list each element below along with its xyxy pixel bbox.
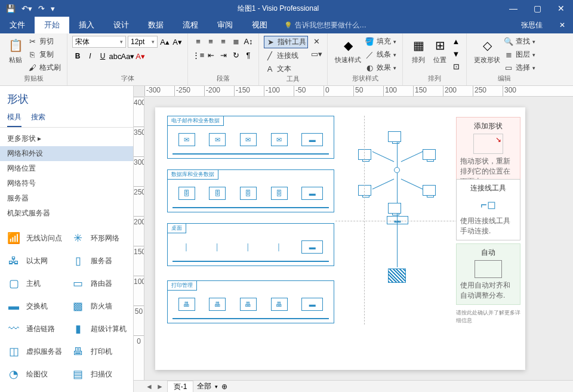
page-add-button[interactable]: ⊕ xyxy=(221,382,227,391)
shape-icon: ▩ xyxy=(69,297,87,315)
drawing-page[interactable]: 电子邮件和业务数据 ✉✉✉✉▬ 数据库和业务数据 🗄🗄🗄🗄▬ 桌面 ││││▬ … xyxy=(155,107,525,370)
redo-icon[interactable]: ↷ xyxy=(38,4,45,13)
shape-item[interactable]: ▤扫描仪 xyxy=(67,363,131,385)
arrange-icon: ▦ xyxy=(410,37,427,54)
tab-view[interactable]: 视图 xyxy=(242,17,277,33)
font-name-select[interactable]: 宋体▾ xyxy=(72,36,126,48)
change-shape-button[interactable]: ◇更改形状 xyxy=(472,36,503,66)
arrange-button[interactable]: ▦排列 xyxy=(408,36,429,66)
layers-button[interactable]: ≣图层▾ xyxy=(503,49,537,60)
tab-process[interactable]: 流程 xyxy=(173,17,208,33)
shape-item[interactable]: ▩防火墙 xyxy=(67,295,131,317)
shape-item[interactable]: 🖧以太网 xyxy=(2,249,67,272)
effects-button[interactable]: ◐效果▾ xyxy=(363,62,398,73)
tell-me-input[interactable]: 告诉我您想要做什么… xyxy=(277,17,366,33)
tab-data[interactable]: 数据 xyxy=(138,17,173,33)
rotate-text-icon[interactable]: ↻ xyxy=(230,50,241,60)
text-effects-button[interactable]: Aa▾ xyxy=(122,51,133,61)
justify-icon[interactable]: ≣ xyxy=(230,36,241,47)
minimize-button[interactable]: — xyxy=(501,0,525,17)
qat-more-icon[interactable]: ▾ xyxy=(51,4,55,13)
shape-item[interactable]: ◫虚拟服务器 xyxy=(2,340,67,363)
page-tab-all[interactable]: 全部 xyxy=(197,381,211,391)
pagetab-next-icon[interactable]: ► xyxy=(156,382,164,391)
text-tool-button[interactable]: A文本 xyxy=(264,63,308,75)
shapes-tab-stencils[interactable]: 模具 xyxy=(7,112,21,127)
tab-design[interactable]: 设计 xyxy=(104,17,138,33)
strikethrough-button[interactable]: abc xyxy=(110,51,121,61)
pointer-tool-button[interactable]: ➤指针工具 xyxy=(264,36,308,48)
bullets-icon[interactable]: ⋮≡ xyxy=(193,50,204,60)
position-button[interactable]: ⊞位置 xyxy=(429,36,451,66)
find-button[interactable]: 🔍查找▾ xyxy=(503,36,537,47)
shape-item[interactable]: ▭路由器 xyxy=(67,272,131,295)
tab-review[interactable]: 审阅 xyxy=(208,17,242,33)
increase-font-icon[interactable]: A▴ xyxy=(159,36,170,47)
format-painter-button[interactable]: 🖌格式刷 xyxy=(26,62,62,73)
canvas-viewport[interactable]: 电子邮件和业务数据 ✉✉✉✉▬ 数据库和业务数据 🗄🗄🗄🗄▬ 桌面 ││││▬ … xyxy=(144,97,573,380)
shape-item[interactable]: ▢主机 xyxy=(2,272,67,295)
fill-button[interactable]: 🪣填充▾ xyxy=(363,36,398,47)
cut-button[interactable]: ✂剪切 xyxy=(26,36,62,47)
undo-icon[interactable]: ↶▾ xyxy=(21,4,32,13)
shape-item[interactable]: 📶无线访问点 xyxy=(2,227,67,249)
group-icon[interactable]: ⊡ xyxy=(451,61,461,72)
font-size-select[interactable]: 12pt▾ xyxy=(128,36,158,48)
tab-home[interactable]: 开始 xyxy=(35,17,69,33)
bold-button[interactable]: B xyxy=(72,51,83,61)
shape-item[interactable]: ✳环形网络 xyxy=(67,227,131,249)
align-left-icon[interactable]: ≡ xyxy=(193,36,204,47)
shape-item[interactable]: ◔绘图仪 xyxy=(2,363,67,385)
select-button[interactable]: ▭选择▾ xyxy=(503,62,537,73)
shapes-title: 形状 xyxy=(0,86,133,109)
page-tab-1[interactable]: 页-1 xyxy=(167,381,194,393)
quick-styles-button[interactable]: ◆ 快速样式 xyxy=(332,36,363,66)
stencil-item[interactable]: 网络符号 xyxy=(0,176,133,191)
align-center-icon[interactable]: ≡ xyxy=(205,36,216,47)
shape-icon: ▯ xyxy=(69,252,87,270)
copy-button[interactable]: ⎘复制 xyxy=(26,49,62,60)
tab-insert[interactable]: 插入 xyxy=(69,17,104,33)
ribbon-close-button[interactable]: ✕ xyxy=(552,17,573,33)
user-name[interactable]: 张思佳 xyxy=(512,17,552,33)
stencil-item[interactable]: 服务器 xyxy=(0,191,133,206)
stencil-item[interactable]: 网络位置 xyxy=(0,161,133,176)
v-align-icon[interactable]: A↕ xyxy=(243,36,254,47)
effects-icon: ◐ xyxy=(365,63,374,73)
indent-decrease-icon[interactable]: ⇤ xyxy=(205,50,216,60)
shape-item[interactable]: 〰通信链路 xyxy=(2,317,67,340)
group-shapestyles-label: 形状样式 xyxy=(332,74,398,83)
indent-increase-icon[interactable]: ⇥ xyxy=(218,50,229,60)
tip-connector: 连接线工具 ⌐◻ 使用连接线工具手动连接. xyxy=(456,179,520,240)
maximize-button[interactable]: ▢ xyxy=(525,0,549,17)
italic-button[interactable]: I xyxy=(85,51,96,61)
shape-item[interactable]: ▮超级计算机 xyxy=(67,317,131,340)
line-icon: ／ xyxy=(365,50,374,60)
stencil-item[interactable]: 机架式服务器 xyxy=(0,206,133,221)
send-back-icon[interactable]: ▼ xyxy=(451,48,461,59)
x-button[interactable]: ✕ xyxy=(310,36,322,47)
bring-front-icon[interactable]: ▲ xyxy=(451,36,461,47)
more-shapes[interactable]: 更多形状 ▸ xyxy=(0,131,133,146)
save-icon[interactable]: 💾 xyxy=(6,4,16,13)
shapes-tab-search[interactable]: 搜索 xyxy=(31,112,45,127)
connector-tool-button[interactable]: ╱连接线 xyxy=(264,50,308,61)
tab-file[interactable]: 文件 xyxy=(0,17,35,33)
underline-button[interactable]: U xyxy=(97,51,108,61)
shape-item[interactable]: ▬交换机 xyxy=(2,295,67,317)
pagetab-prev-icon[interactable]: ◄ xyxy=(146,382,153,391)
paragraph-dialog-icon[interactable]: ¶ xyxy=(243,50,254,60)
close-button[interactable]: ✕ xyxy=(549,0,573,17)
line-button[interactable]: ／线条▾ xyxy=(363,49,398,60)
paste-button[interactable]: 📋 粘贴 xyxy=(5,36,26,66)
ribbon-tabs: 文件 开始 插入 设计 数据 流程 审阅 视图 告诉我您想要做什么… 张思佳 ✕ xyxy=(0,17,573,33)
shape-item[interactable]: 🖶打印机 xyxy=(67,340,131,363)
decrease-font-icon[interactable]: A▾ xyxy=(172,36,183,47)
stencil-item[interactable]: 网络和外设 xyxy=(0,146,133,161)
align-right-icon[interactable]: ≡ xyxy=(218,36,229,47)
shape-item[interactable]: ▯服务器 xyxy=(67,249,131,272)
pagetab-dropdown-icon[interactable]: ▾ xyxy=(215,384,218,390)
rect-tool-button[interactable]: ▭▾ xyxy=(310,48,322,59)
shape-label: 环形网络 xyxy=(91,233,119,243)
font-color-button[interactable]: A▾ xyxy=(135,51,146,61)
